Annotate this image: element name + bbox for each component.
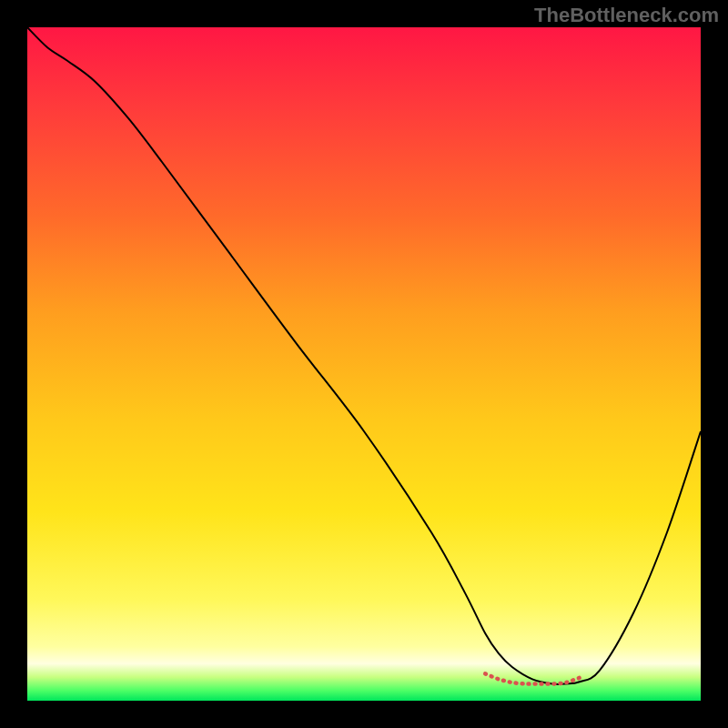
svg-rect-0 (27, 27, 701, 701)
bottleneck-chart (27, 27, 701, 701)
watermark-text: TheBottleneck.com (534, 4, 719, 27)
